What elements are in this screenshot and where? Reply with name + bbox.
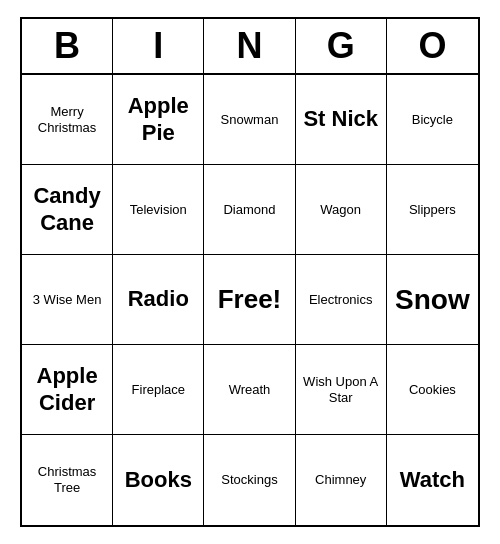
bingo-cell-1: Apple Pie: [113, 75, 204, 165]
bingo-cell-15: Apple Cider: [22, 345, 113, 435]
cell-text-24: Watch: [400, 467, 465, 493]
cell-text-17: Wreath: [229, 382, 271, 398]
bingo-cell-7: Diamond: [204, 165, 295, 255]
cell-text-7: Diamond: [223, 202, 275, 218]
cell-text-15: Apple Cider: [26, 363, 108, 416]
bingo-cell-11: Radio: [113, 255, 204, 345]
bingo-cell-8: Wagon: [296, 165, 387, 255]
bingo-cell-17: Wreath: [204, 345, 295, 435]
bingo-cell-19: Cookies: [387, 345, 478, 435]
cell-text-13: Electronics: [309, 292, 373, 308]
bingo-cell-6: Television: [113, 165, 204, 255]
bingo-cell-24: Watch: [387, 435, 478, 525]
bingo-cell-21: Books: [113, 435, 204, 525]
bingo-cell-13: Electronics: [296, 255, 387, 345]
bingo-header: BINGO: [22, 19, 478, 75]
bingo-cell-3: St Nick: [296, 75, 387, 165]
bingo-cell-4: Bicycle: [387, 75, 478, 165]
bingo-cell-18: Wish Upon A Star: [296, 345, 387, 435]
cell-text-4: Bicycle: [412, 112, 453, 128]
cell-text-9: Slippers: [409, 202, 456, 218]
cell-text-23: Chimney: [315, 472, 366, 488]
bingo-cell-5: Candy Cane: [22, 165, 113, 255]
cell-text-1: Apple Pie: [117, 93, 199, 146]
cell-text-16: Fireplace: [132, 382, 185, 398]
bingo-cell-12: Free!: [204, 255, 295, 345]
bingo-cell-23: Chimney: [296, 435, 387, 525]
cell-text-0: Merry Christmas: [26, 104, 108, 135]
cell-text-8: Wagon: [320, 202, 361, 218]
bingo-grid: Merry ChristmasApple PieSnowmanSt NickBi…: [22, 75, 478, 525]
header-letter-b: B: [22, 19, 113, 73]
bingo-cell-20: Christmas Tree: [22, 435, 113, 525]
cell-text-12: Free!: [218, 284, 282, 315]
bingo-cell-10: 3 Wise Men: [22, 255, 113, 345]
cell-text-11: Radio: [128, 286, 189, 312]
bingo-cell-9: Slippers: [387, 165, 478, 255]
header-letter-o: O: [387, 19, 478, 73]
bingo-cell-0: Merry Christmas: [22, 75, 113, 165]
cell-text-14: Snow: [395, 283, 470, 317]
header-letter-i: I: [113, 19, 204, 73]
cell-text-21: Books: [125, 467, 192, 493]
cell-text-22: Stockings: [221, 472, 277, 488]
cell-text-20: Christmas Tree: [26, 464, 108, 495]
bingo-cell-2: Snowman: [204, 75, 295, 165]
cell-text-19: Cookies: [409, 382, 456, 398]
bingo-cell-16: Fireplace: [113, 345, 204, 435]
cell-text-6: Television: [130, 202, 187, 218]
bingo-cell-14: Snow: [387, 255, 478, 345]
cell-text-10: 3 Wise Men: [33, 292, 102, 308]
cell-text-5: Candy Cane: [26, 183, 108, 236]
bingo-cell-22: Stockings: [204, 435, 295, 525]
header-letter-g: G: [296, 19, 387, 73]
header-letter-n: N: [204, 19, 295, 73]
bingo-card: BINGO Merry ChristmasApple PieSnowmanSt …: [20, 17, 480, 527]
cell-text-3: St Nick: [303, 106, 378, 132]
cell-text-18: Wish Upon A Star: [300, 374, 382, 405]
cell-text-2: Snowman: [221, 112, 279, 128]
